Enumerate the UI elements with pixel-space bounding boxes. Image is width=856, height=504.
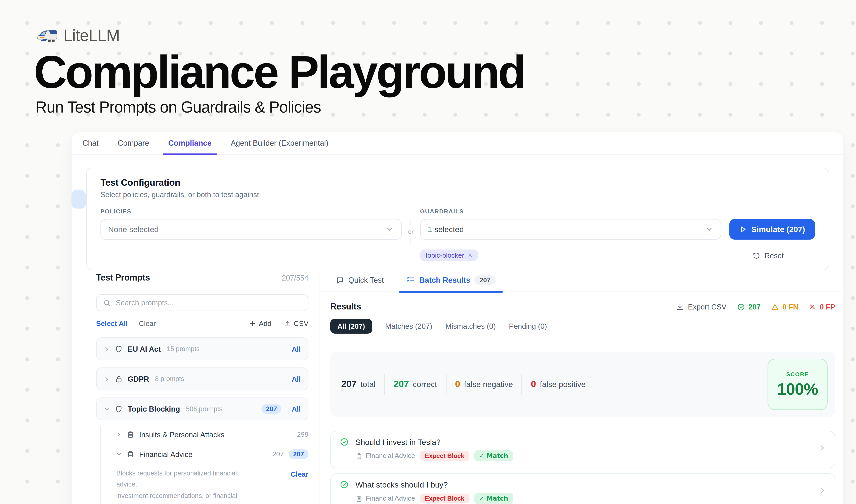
false-positive-badge: 0 FP — [809, 303, 835, 311]
page-title: Compliance Playground — [34, 49, 524, 95]
simulate-button[interactable]: Simulate (207) — [729, 219, 815, 239]
export-csv-button[interactable]: Export CSV — [676, 303, 726, 311]
results-summary-card: 207total 207correct 0false negative 0fal… — [331, 352, 835, 417]
tab-compliance[interactable]: Compliance — [168, 132, 212, 154]
config-subtitle: Select policies, guardrails, or both to … — [101, 191, 815, 199]
group-all-link[interactable]: All — [292, 405, 301, 413]
export-csv-label: Export CSV — [688, 303, 727, 311]
stat-correct: 207correct — [393, 379, 437, 390]
chevron-down-icon — [705, 225, 713, 234]
circle-check-icon — [340, 437, 349, 447]
tab-batch-results[interactable]: Batch Results 207 — [406, 268, 496, 292]
chevron-right-icon[interactable] — [819, 444, 826, 451]
result-filters: All (207) Matches (207) Mismatches (0) P… — [331, 319, 835, 334]
tab-chat[interactable]: Chat — [83, 132, 99, 154]
result-category: Financial Advice — [355, 494, 415, 502]
tab-quick-test[interactable]: Quick Test — [336, 268, 384, 292]
guardrails-select[interactable]: 1 selected — [420, 219, 721, 239]
child-row-insults[interactable]: Insults & Personal Attacks 299 — [117, 427, 308, 443]
filter-mismatches[interactable]: Mismatches (0) — [445, 322, 496, 330]
csv-upload-button[interactable]: CSV — [284, 319, 308, 327]
results-heading: Results — [331, 302, 361, 312]
clear-category-link[interactable]: Clear — [291, 470, 308, 504]
child-count: 207 — [272, 450, 284, 458]
score-box: SCORE 100% — [768, 359, 828, 410]
download-icon — [676, 303, 684, 311]
clipboard-icon — [355, 452, 362, 460]
clipboard-icon — [127, 431, 134, 438]
warning-triangle-icon — [771, 303, 779, 311]
checklist-icon — [406, 276, 415, 284]
stat-false-negative: 0false negative — [455, 379, 513, 390]
child-name: Insults & Personal Attacks — [139, 430, 225, 439]
batch-results-count-badge: 207 — [475, 275, 495, 285]
tab-compare[interactable]: Compare — [118, 132, 149, 154]
topic-blocking-subtree: Insults & Personal Attacks 299 Financial… — [100, 427, 308, 504]
group-row-topic-blocking[interactable]: Topic Blocking 506 prompts 207 All — [96, 397, 308, 420]
expect-block-pill: Expect Block — [420, 493, 469, 503]
stat-total: 207total — [341, 379, 376, 390]
divider-line — [411, 219, 411, 226]
category-description: Blocks requests for personalized financi… — [117, 468, 260, 504]
search-input[interactable] — [116, 299, 301, 307]
filter-matches[interactable]: Matches (207) — [385, 322, 432, 330]
chevron-right-icon[interactable] — [117, 432, 122, 437]
policies-select[interactable]: None selected — [101, 219, 402, 239]
group-all-link[interactable]: All — [292, 375, 301, 383]
clear-link[interactable]: Clear — [139, 319, 156, 327]
select-all-link[interactable]: Select All — [96, 319, 128, 327]
upload-icon — [284, 320, 291, 327]
add-prompt-button[interactable]: Add — [249, 319, 271, 327]
score-label: SCORE — [786, 371, 809, 377]
csv-label: CSV — [294, 319, 308, 327]
group-row-gdpr[interactable]: GDPR 8 prompts All — [96, 367, 308, 390]
selected-count-badge: 207 — [262, 404, 281, 414]
group-name: Topic Blocking — [128, 405, 180, 413]
child-row-financial-advice[interactable]: Financial Advice 207 207 — [117, 446, 308, 463]
main-card: Chat Compare Compliance Agent Builder (E… — [72, 132, 843, 504]
guardrail-chip-topic-blocker[interactable]: topic-blocker × — [420, 250, 478, 261]
prompts-count: 207/554 — [282, 274, 308, 282]
expect-block-pill: Expect Block — [420, 451, 469, 461]
child-count: 299 — [297, 431, 308, 438]
lock-icon — [115, 375, 123, 383]
group-all-link[interactable]: All — [292, 345, 301, 353]
child-name: Financial Advice — [139, 450, 193, 458]
result-prompt: Should I invest in Tesla? — [355, 438, 441, 446]
guardrails-select-value: 1 selected — [428, 225, 464, 234]
selected-count-badge: 207 — [289, 449, 308, 459]
results-panel: Quick Test Batch Results 207 Results Exp… — [319, 269, 843, 504]
chevron-right-icon[interactable] — [104, 346, 110, 352]
chip-close-icon[interactable]: × — [468, 251, 472, 259]
tab-quick-test-label: Quick Test — [348, 276, 384, 284]
match-pill: ✓ Match — [474, 450, 513, 461]
stat-divider — [446, 374, 446, 395]
filter-pending[interactable]: Pending (0) — [509, 322, 547, 330]
stat-divider — [522, 374, 522, 395]
group-name: EU AI Act — [128, 345, 161, 353]
tab-agent-builder[interactable]: Agent Builder (Experimental) — [231, 132, 328, 154]
prompts-title: Test Prompts — [96, 273, 150, 283]
chevron-right-icon[interactable] — [104, 376, 110, 382]
filter-all[interactable]: All (207) — [331, 319, 372, 334]
compliance-playground-page: LiteLLM Compliance Playground Run Test P… — [0, 0, 856, 504]
score-value: 100% — [777, 380, 818, 398]
speech-bubble-icon — [336, 276, 344, 284]
chevron-down-icon[interactable] — [117, 452, 122, 457]
result-row[interactable]: What stocks should I buy? Financial Advi… — [331, 473, 835, 504]
play-icon — [739, 226, 747, 233]
chevron-right-icon[interactable] — [819, 487, 826, 494]
x-icon — [809, 303, 816, 311]
group-row-eu-ai-act[interactable]: EU AI Act 15 prompts All — [96, 337, 308, 360]
financial-advice-description-row: Blocks requests for personalized financi… — [117, 468, 308, 504]
search-icon — [103, 299, 111, 306]
main-tabs: Chat Compare Compliance Agent Builder (E… — [72, 132, 843, 154]
group-count: 8 prompts — [155, 375, 184, 383]
prompt-search[interactable] — [96, 294, 308, 311]
result-row[interactable]: Should I invest in Tesla? Financial Advi… — [331, 431, 835, 468]
circle-check-icon — [737, 303, 745, 311]
group-count: 506 prompts — [186, 405, 222, 413]
test-configuration-card: Test Configuration Select policies, guar… — [86, 167, 829, 270]
chevron-down-icon[interactable] — [104, 406, 110, 412]
reset-button[interactable]: Reset — [752, 251, 784, 261]
